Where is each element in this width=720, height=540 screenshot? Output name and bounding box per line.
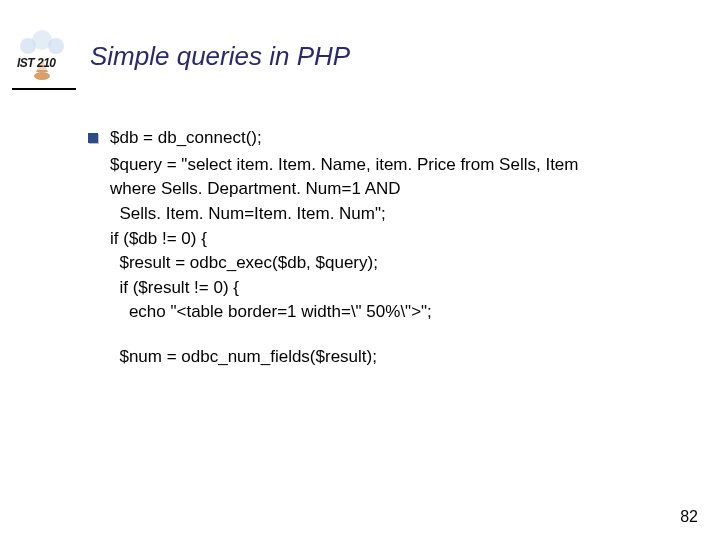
page-number: 82 bbox=[680, 508, 698, 526]
code-line-1: $db = db_connect(); bbox=[110, 126, 262, 151]
code-block: $query = "select item. Item. Name, item.… bbox=[88, 153, 720, 370]
slide-content: $db = db_connect(); $query = "select ite… bbox=[0, 90, 720, 370]
logo-label: IST 210 bbox=[16, 56, 57, 70]
code-line: where Sells. Department. Num=1 AND bbox=[110, 177, 720, 202]
bullet-icon bbox=[88, 133, 98, 143]
code-line: $query = "select item. Item. Name, item.… bbox=[110, 153, 720, 178]
svg-point-1 bbox=[20, 38, 36, 54]
svg-point-3 bbox=[34, 72, 50, 80]
code-line: $result = odbc_exec($db, $query); bbox=[110, 251, 720, 276]
code-line: $num = odbc_num_fields($result); bbox=[110, 345, 720, 370]
code-line: Sells. Item. Num=Item. Item. Num"; bbox=[110, 202, 720, 227]
course-logo: IST 210 bbox=[14, 28, 70, 84]
code-line: if ($result != 0) { bbox=[110, 276, 720, 301]
code-line: if ($db != 0) { bbox=[110, 227, 720, 252]
code-line: echo "<table border=1 width=\" 50%\">"; bbox=[110, 300, 720, 325]
slide-title: Simple queries in PHP bbox=[90, 41, 350, 72]
svg-point-2 bbox=[48, 38, 64, 54]
